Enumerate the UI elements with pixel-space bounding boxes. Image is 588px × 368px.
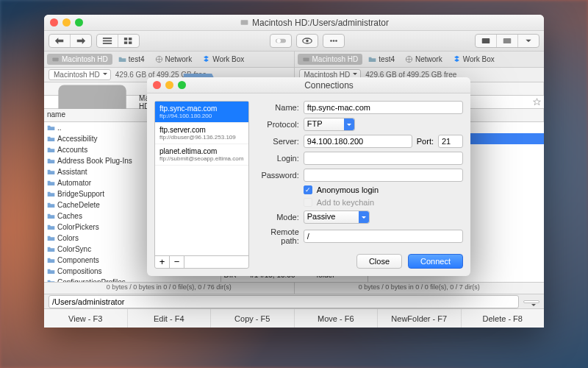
- fkey-newfolder[interactable]: NewFolder - F7: [378, 309, 462, 328]
- folder-icon: [47, 157, 55, 165]
- tab-work-box[interactable]: Work Box: [448, 54, 499, 65]
- back-button[interactable]: [49, 35, 71, 47]
- titlebar: Macintosh HD:/Users/administrator: [44, 15, 544, 31]
- globe-icon: [155, 55, 163, 63]
- fkey-move[interactable]: Move - F6: [295, 309, 379, 328]
- folder-icon: [47, 135, 55, 143]
- svg-rect-16: [503, 38, 512, 43]
- port-field[interactable]: [438, 135, 463, 148]
- folder-icon: [47, 223, 55, 231]
- svg-rect-2: [103, 40, 112, 42]
- remote-path-field[interactable]: [304, 230, 463, 243]
- remove-connection-button[interactable]: −: [170, 256, 184, 268]
- connect-button[interactable]: [497, 35, 518, 47]
- remote-label: Remote path:: [257, 227, 299, 245]
- svg-rect-19: [303, 57, 309, 61]
- right-status: 0 bytes / 0 bytes in 0 / 0 file(s), 0 / …: [295, 283, 545, 294]
- hd-icon: [302, 55, 310, 63]
- server-field[interactable]: [304, 135, 412, 148]
- dropbox-icon: [453, 55, 461, 63]
- tab-network[interactable]: Network: [401, 54, 447, 65]
- folder-icon: [47, 190, 55, 198]
- toggle-button[interactable]: [270, 35, 291, 47]
- left-disk-select[interactable]: Macintosh HD: [49, 69, 111, 80]
- svg-rect-4: [124, 38, 127, 40]
- archive-button[interactable]: [476, 35, 497, 47]
- name-field[interactable]: [304, 101, 463, 114]
- login-field[interactable]: [304, 152, 463, 165]
- svg-point-9: [276, 39, 281, 43]
- folder-icon: [47, 256, 55, 264]
- path-input[interactable]: [49, 295, 519, 308]
- connection-item[interactable]: ftp.sync-mac.comftp://94.100.180.200: [155, 102, 248, 123]
- connections-dialog: Connections ftp.sync-mac.comftp://94.100…: [147, 77, 470, 276]
- fkey-view[interactable]: View - F3: [44, 309, 128, 328]
- view-buttons: [96, 34, 140, 48]
- dialog-zoom-icon[interactable]: [178, 81, 186, 89]
- path-history-button[interactable]: [523, 300, 539, 303]
- connect-button[interactable]: Connect: [408, 254, 463, 269]
- close-window-icon[interactable]: [50, 18, 58, 26]
- password-label: Password:: [257, 171, 299, 180]
- nav-buttons: [49, 34, 92, 48]
- globe-icon: [405, 55, 413, 63]
- quicklook-button[interactable]: [297, 35, 318, 47]
- star-icon[interactable]: [533, 98, 541, 106]
- connections-list: ftp.sync-mac.comftp://94.100.180.200ftp.…: [154, 101, 249, 269]
- keychain-label: Add to keychain: [317, 198, 374, 207]
- dropdown-button[interactable]: [518, 35, 539, 47]
- forward-button[interactable]: [71, 35, 91, 47]
- svg-point-14: [335, 40, 337, 42]
- path-row: [44, 294, 544, 308]
- fkey-edit[interactable]: Edit - F4: [128, 309, 212, 328]
- svg-rect-3: [103, 43, 112, 44]
- tab-macintosh-hd[interactable]: Macintosh HD: [298, 54, 363, 65]
- login-label: Login:: [257, 154, 299, 163]
- folder-icon: [47, 168, 55, 176]
- folder-icon: [47, 245, 55, 253]
- folder-icon: [47, 179, 55, 187]
- list-item[interactable]: ConfigurationProfiles: [44, 277, 220, 282]
- tab-test4[interactable]: test4: [364, 54, 399, 65]
- minimize-window-icon[interactable]: [62, 18, 71, 26]
- svg-rect-15: [482, 38, 490, 43]
- svg-point-13: [333, 40, 335, 42]
- fkey-delete[interactable]: Delete - F8: [462, 309, 545, 328]
- fkey-copy[interactable]: Copy - F5: [211, 309, 295, 328]
- mode-select[interactable]: Passive: [304, 210, 370, 224]
- anonymous-checkbox[interactable]: [304, 185, 312, 194]
- server-label: Server:: [257, 137, 299, 146]
- toolbar: [44, 31, 544, 52]
- svg-rect-1: [103, 38, 112, 39]
- anonymous-label: Anonymous login: [317, 185, 379, 194]
- password-field[interactable]: [304, 169, 463, 182]
- left-status: 0 bytes / 0 bytes in 0 / 0 file(s), 0 / …: [44, 283, 295, 294]
- dialog-title: Connections: [193, 80, 465, 91]
- close-button[interactable]: Close: [356, 254, 402, 269]
- svg-rect-0: [241, 20, 248, 25]
- folder-icon: [47, 234, 55, 242]
- fkeys-bar: View - F3Edit - F4Copy - F5Move - F6NewF…: [44, 308, 544, 328]
- name-label: Name:: [257, 103, 299, 112]
- dialog-close-icon[interactable]: [153, 81, 161, 89]
- svg-rect-6: [124, 41, 127, 44]
- view-list-button[interactable]: [97, 35, 118, 47]
- protocol-select[interactable]: FTP: [304, 118, 355, 131]
- folder-icon: [47, 212, 55, 220]
- folder-icon: [47, 201, 55, 209]
- svg-point-12: [330, 40, 332, 42]
- connection-item[interactable]: planet.eltima.comftp://submit@seoapp.elt…: [155, 144, 248, 166]
- add-connection-button[interactable]: +: [155, 256, 170, 268]
- keychain-checkbox: [304, 198, 312, 207]
- view-grid-button[interactable]: [118, 35, 139, 47]
- folder-icon: [47, 146, 55, 154]
- port-label: Port:: [417, 137, 434, 146]
- status-row: 0 bytes / 0 bytes in 0 / 0 file(s), 0 / …: [44, 282, 544, 294]
- zoom-window-icon[interactable]: [75, 18, 83, 26]
- connection-item[interactable]: ftp.server.comftp://dbuser@96.136.253.10…: [155, 123, 248, 144]
- svg-rect-7: [129, 41, 132, 44]
- folder-icon: [47, 267, 55, 275]
- dialog-minimize-icon[interactable]: [165, 81, 173, 89]
- action-button[interactable]: [323, 35, 344, 47]
- svg-point-11: [306, 40, 309, 43]
